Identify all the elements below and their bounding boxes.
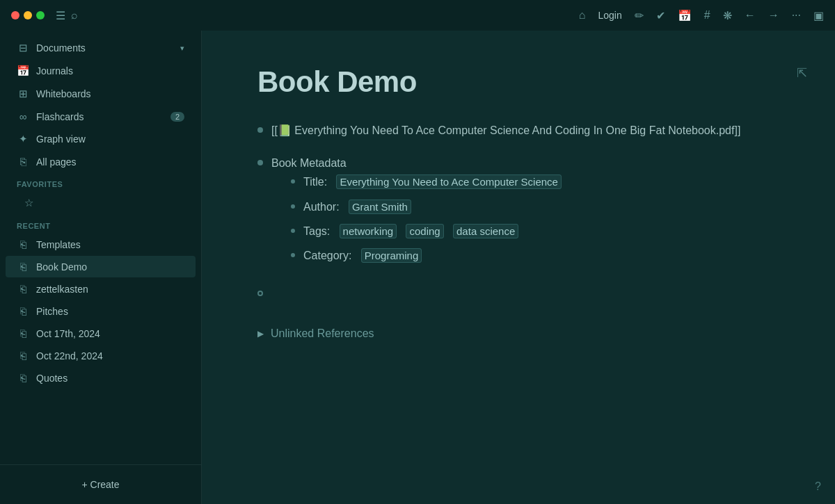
unlinked-refs-section: ▶ Unlinked References [257, 324, 779, 343]
documents-icon: ⊟ [17, 42, 29, 54]
metadata-title-item: Title: Everything You Need to Ace Comput… [291, 172, 779, 191]
star-icon: ☆ [22, 197, 35, 209]
sidebar-graph-label: Graph view [36, 133, 184, 145]
title-label: Title: [303, 176, 327, 188]
unlinked-refs-header[interactable]: ▶ Unlinked References [257, 324, 779, 343]
main-layout: ⊟ Documents ▾ 📅 Journals ⊞ Whiteboards ∞… [0, 31, 835, 504]
tag-networking[interactable]: networking [340, 224, 397, 238]
edit-icon[interactable]: ✏ [635, 9, 644, 22]
metadata-tags-item: Tags: networking coding data science [291, 222, 779, 241]
titlebar-left: ☰ ⌕ [11, 9, 78, 22]
metadata-nested-list: Title: Everything You Need to Ace Comput… [271, 172, 779, 265]
nested-dot-category [291, 253, 295, 257]
more-icon[interactable]: ··· [792, 9, 801, 22]
book-reference-link[interactable]: [[📗 Everything You Need To Ace Computer … [271, 124, 740, 136]
sidebar-item-whiteboards[interactable]: ⊞ Whiteboards [6, 83, 196, 105]
bullet-dot-2 [257, 160, 263, 165]
sidebar-item-zettelkasten[interactable]: ⎗ zettelkasten [6, 278, 196, 300]
sidebar-item-graph-view[interactable]: ✦ Graph view [6, 128, 196, 150]
sidebar-item-oct22[interactable]: ⎗ Oct 22nd, 2024 [6, 345, 196, 366]
home-icon[interactable]: ⌂ [579, 9, 586, 22]
share-icon[interactable]: ⇱ [797, 65, 807, 81]
sidebar-item-oct17[interactable]: ⎗ Oct 17th, 2024 [6, 323, 196, 344]
bullet-item-book-ref: [[📗 Everything You Need To Ace Computer … [257, 121, 779, 140]
create-button[interactable]: + Create [6, 473, 196, 496]
sidebar-quotes-label: Quotes [36, 373, 184, 384]
sidebar-item-quotes[interactable]: ⎗ Quotes [6, 367, 196, 389]
bullet-item-metadata: Book Metadata Title: Everything You Need… [257, 154, 779, 270]
metadata-container: Book Metadata Title: Everything You Need… [271, 154, 779, 270]
page-icon-quotes: ⎗ [17, 372, 29, 384]
flashcards-icon: ∞ [17, 111, 29, 122]
sidebar-book-demo-label: Book Demo [36, 261, 184, 273]
title-value-ref[interactable]: Everything You Need to Ace Computer Scie… [336, 174, 562, 189]
chevron-down-icon: ▾ [180, 44, 184, 53]
graph-icon: ✦ [17, 133, 29, 145]
collapse-arrow-icon: ▶ [257, 327, 264, 341]
category-value-ref[interactable]: Programing [361, 248, 422, 263]
nested-dot-tags [291, 229, 295, 233]
sidebar-item-book-demo[interactable]: ⎗ Book Demo [6, 256, 196, 277]
bullet-item-empty [257, 284, 779, 296]
metadata-category-item: Category: Programing [291, 246, 779, 265]
category-label: Category: [303, 250, 351, 261]
page-icon-oct22: ⎗ [17, 350, 29, 361]
page-icon-zettelkasten: ⎗ [17, 283, 29, 295]
book-ref-text: [[📗 Everything You Need To Ace Computer … [271, 121, 740, 140]
search-icon[interactable]: ⌕ [71, 9, 78, 22]
page-icon-oct17: ⎗ [17, 327, 29, 339]
titlebar-right: ⌂ Login ✏ ✔ 📅 # ❋ ← → ··· ▣ [579, 9, 824, 22]
sidebar-item-documents[interactable]: ⊟ Documents ▾ [6, 37, 196, 59]
book-metadata-label: Book Metadata [271, 157, 347, 169]
tags-row: Tags: networking coding data science [303, 222, 518, 241]
journals-icon: 📅 [17, 65, 29, 77]
author-value-ref[interactable]: Grant Smith [349, 200, 411, 214]
whiteboards-icon: ⊞ [17, 88, 29, 100]
tags-label: Tags: [303, 225, 330, 237]
category-row: Category: Programing [303, 246, 422, 265]
sidebar-zettelkasten-label: zettelkasten [36, 284, 184, 295]
sidebar-flashcards-label: Flashcards [36, 111, 164, 122]
tag-coding[interactable]: coding [406, 224, 443, 238]
sidebar-content: ⊟ Documents ▾ 📅 Journals ⊞ Whiteboards ∞… [0, 31, 201, 464]
page-title: Book Demo [257, 65, 779, 99]
sidebar-item-templates[interactable]: ⎗ Templates [6, 234, 196, 255]
unlinked-refs-label: Unlinked References [271, 324, 374, 343]
flashcards-badge: 2 [170, 112, 184, 122]
traffic-light-yellow[interactable] [24, 11, 32, 19]
bullet-dot-1 [257, 127, 263, 133]
main-content: ⇱ Book Demo [[📗 Everything You Need To A… [202, 31, 835, 504]
sidebar-oct22-label: Oct 22nd, 2024 [36, 350, 184, 361]
sidebar: ⊟ Documents ▾ 📅 Journals ⊞ Whiteboards ∞… [0, 31, 202, 504]
page-icon-templates: ⎗ [17, 238, 29, 250]
help-icon[interactable]: ? [815, 480, 821, 493]
traffic-light-green[interactable] [36, 11, 45, 19]
sidebar-whiteboards-label: Whiteboards [36, 88, 184, 99]
sidebar-item-all-pages[interactable]: ⎘ All pages [6, 151, 196, 172]
calendar-icon[interactable]: 📅 [678, 9, 692, 22]
nested-dot-title [291, 179, 295, 184]
title-row: Title: Everything You Need to Ace Comput… [303, 172, 562, 191]
sidebar-item-journals[interactable]: 📅 Journals [6, 60, 196, 82]
sidebar-item-flashcards[interactable]: ∞ Flashcards 2 [6, 106, 196, 127]
check-icon[interactable]: ✔ [656, 9, 665, 22]
tag-data-science[interactable]: data science [453, 224, 518, 238]
bullet-dot-empty [257, 291, 263, 296]
content-body: [[📗 Everything You Need To Ace Computer … [257, 121, 779, 343]
sidebar-journals-label: Journals [36, 65, 184, 76]
traffic-light-red[interactable] [11, 11, 19, 19]
hamburger-icon[interactable]: ☰ [56, 9, 65, 22]
page-icon-pitches: ⎗ [17, 305, 29, 317]
sidebar-all-pages-label: All pages [36, 156, 184, 168]
sidebar-templates-label: Templates [36, 239, 184, 250]
sidebar-toggle-icon[interactable]: ▣ [813, 9, 824, 22]
forward-icon[interactable]: → [768, 9, 779, 22]
puzzle-icon[interactable]: ❋ [723, 9, 732, 22]
sidebar-item-pitches[interactable]: ⎗ Pitches [6, 300, 196, 322]
sidebar-favorites-star: ☆ [6, 192, 196, 214]
login-button[interactable]: Login [598, 10, 621, 21]
metadata-author-item: Author: Grant Smith [291, 197, 779, 216]
back-icon[interactable]: ← [745, 9, 756, 22]
titlebar: ☰ ⌕ ⌂ Login ✏ ✔ 📅 # ❋ ← → ··· ▣ [0, 0, 835, 31]
hash-icon[interactable]: # [704, 9, 710, 22]
